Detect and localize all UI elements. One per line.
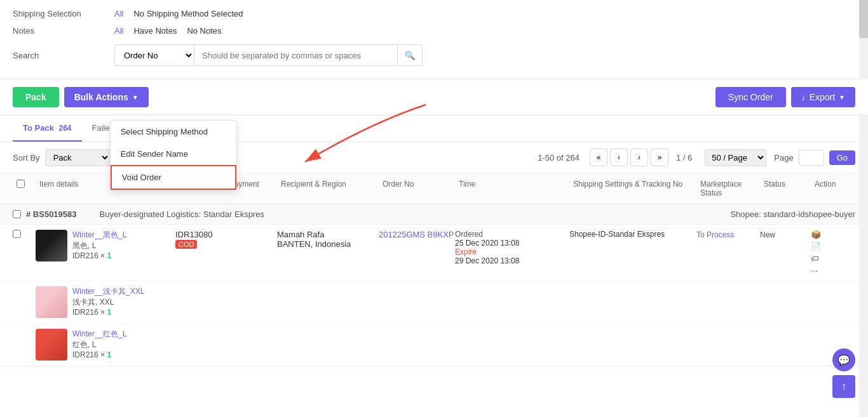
menu-item-edit-sender[interactable]: Edit Sender Name <box>111 143 236 165</box>
th-marketplace-status: Marketplace Status <box>696 173 760 204</box>
notes-filter-row: Notes All Have Notes No Notes <box>13 22 855 39</box>
item-variant-3: 红色, L <box>72 340 126 350</box>
last-page-button[interactable]: » <box>651 149 668 166</box>
scroll-top-button[interactable]: ↑ <box>832 375 855 398</box>
shipping-all-link[interactable]: All <box>114 9 123 18</box>
th-checkbox <box>13 173 36 204</box>
shipping-filter-label: Shipping Selection <box>13 9 114 18</box>
menu-item-select-shipping[interactable]: Select Shipping Method <box>111 121 236 143</box>
search-icon: 🔍 <box>405 51 416 60</box>
export-button[interactable]: ↓ Export ▼ <box>791 87 855 107</box>
item-variant: 黑色, L <box>72 241 126 251</box>
pack-button[interactable]: Pack <box>13 87 59 107</box>
bulk-actions-arrow-icon: ▼ <box>132 94 139 101</box>
th-time: Time <box>455 173 569 204</box>
row-checkbox[interactable] <box>13 230 21 238</box>
bottom-right-buttons: 💬 ↑ <box>832 348 855 398</box>
notes-have[interactable]: Have Notes <box>133 26 177 36</box>
sync-order-button[interactable]: Sync Order <box>715 87 786 107</box>
bulk-actions-dropdown: Select Shipping Method Edit Sender Name … <box>110 120 237 190</box>
search-button[interactable]: 🔍 <box>397 44 423 66</box>
toolbar: Pack Bulk Actions ▼ Select Shipping Meth… <box>0 79 868 116</box>
item-name[interactable]: Winter__黑色_L <box>72 230 126 241</box>
prev-page-button[interactable]: ‹ <box>610 149 628 166</box>
sort-label: Sort By <box>13 153 40 162</box>
table-row: Winter__红色_L 红色, L IDR216 × 1 <box>0 324 868 366</box>
select-all-checkbox[interactable] <box>17 180 25 188</box>
notes-none[interactable]: No Notes <box>187 26 221 36</box>
notes-all-link[interactable]: All <box>114 26 123 36</box>
action-cell: 📦 📄 🏷 ··· <box>811 230 862 275</box>
th-order-no: Order No <box>379 173 455 204</box>
notes-filter-label: Notes <box>13 26 114 36</box>
row-checkbox-cell <box>13 230 36 240</box>
recipient-name: Mamah Rafa <box>277 230 379 239</box>
go-button[interactable]: Go <box>829 150 855 165</box>
more-action-icon[interactable]: ··· <box>811 266 862 275</box>
item-details-cell: Winter__黑色_L 黑色, L IDR216 × 1 <box>36 230 175 261</box>
box-action-icon[interactable]: 📦 <box>811 230 862 239</box>
time-date: 25 Dec 2020 13:08 <box>455 239 569 248</box>
item-thumbnail-2 <box>36 286 67 318</box>
time-cell: Ordered 25 Dec 2020 13:08 Expire 29 Dec … <box>455 230 569 265</box>
status-cell: New <box>760 230 811 239</box>
item-thumbnail-3 <box>36 329 67 361</box>
page-size-select[interactable]: 50 / Page 20 / Page 100 / Page <box>705 149 766 166</box>
search-input[interactable] <box>194 44 397 66</box>
order-no-link[interactable]: 201225GMS B9KXP <box>379 230 454 239</box>
marketplace-status-cell: To Process <box>696 230 760 239</box>
order-group-checkbox[interactable] <box>13 210 21 218</box>
th-status: Status <box>760 173 811 204</box>
item-variant-2: 浅卡其, XXL <box>72 297 144 308</box>
item-price-2: IDR216 × 1 <box>72 308 144 317</box>
bulk-actions-button[interactable]: Bulk Actions ▼ <box>64 87 149 107</box>
item-price: IDR216 × 1 <box>72 251 126 260</box>
export-label: Export <box>810 92 835 102</box>
pagination: 1-50 of 264 « ‹ › » 1 / 6 50 / Page 20 /… <box>538 149 855 166</box>
page-number-input[interactable] <box>799 150 824 166</box>
th-action: Action <box>811 173 862 204</box>
recipient-cell: Mamah Rafa BANTEN, Indonesia <box>277 230 379 249</box>
pagination-range: 1-50 of 264 <box>538 153 580 162</box>
next-page-button[interactable]: › <box>630 149 648 166</box>
order-no-cell: 201225GMS B9KXP <box>379 230 455 239</box>
bulk-actions-container: Bulk Actions ▼ Select Shipping Method Ed… <box>64 87 149 107</box>
scrollbar[interactable] <box>859 0 868 417</box>
menu-item-void-order[interactable]: Void Order <box>111 165 236 190</box>
shipping-no-method[interactable]: No Shipping Method Selected <box>133 9 243 18</box>
shipping-detail: Shopee-ID-Standar Ekspres <box>569 230 696 239</box>
search-row: Search Order No Product Name SKU Buyer N… <box>13 39 855 71</box>
order-group: # BS5019583 Buyer-designated Logistics: … <box>0 204 868 367</box>
item-details-cell-3: Winter__红色_L 红色, L IDR216 × 1 <box>36 329 175 361</box>
export-icon: ↓ <box>801 92 806 102</box>
filter-area: Shipping Selection All No Shipping Metho… <box>0 0 868 79</box>
tag-action-icon[interactable]: 🏷 <box>811 254 862 263</box>
expire-date: 29 Dec 2020 13:08 <box>455 256 569 265</box>
tab-to-pack[interactable]: To Pack 264 <box>13 116 82 142</box>
scroll-top-icon: ↑ <box>841 381 846 392</box>
export-arrow-icon: ▼ <box>839 94 845 101</box>
doc-action-icon[interactable]: 📄 <box>811 242 862 251</box>
shipping-filter-row: Shipping Selection All No Shipping Metho… <box>13 5 855 22</box>
item-price-3: IDR216 × 1 <box>72 350 126 359</box>
page-text: Page <box>774 153 793 162</box>
chat-icon: 💬 <box>837 354 850 366</box>
shipping-detail-cell: Shopee-ID-Standar Ekspres <box>569 230 696 239</box>
table-row: Winter__黑色_L 黑色, L IDR216 × 1 IDR13080 C… <box>0 225 868 281</box>
time-status: Ordered <box>455 230 569 239</box>
marketplace-status: To Process <box>696 230 734 239</box>
status-badge: New <box>760 230 775 239</box>
item-details-cell-2: Winter__浅卡其_XXL 浅卡其, XXL IDR216 × 1 <box>36 286 175 318</box>
search-type-select[interactable]: Order No Product Name SKU Buyer Name <box>114 44 194 66</box>
expire-label: Expire <box>455 248 569 256</box>
page-current: 1 / 6 <box>676 153 692 162</box>
sort-select[interactable]: Pack Order Date Order No <box>45 149 111 166</box>
recipient-region: BANTEN, Indonesia <box>277 239 379 249</box>
order-marketplace-info: Shopee: standard-idshopee-buyer <box>730 209 855 219</box>
cod-badge: COD <box>175 240 197 249</box>
item-name-2[interactable]: Winter__浅卡其_XXL <box>72 286 144 297</box>
first-page-button[interactable]: « <box>590 149 607 166</box>
chat-circle-button[interactable]: 💬 <box>832 348 855 371</box>
tab-to-pack-count: 264 <box>59 124 72 133</box>
item-name-3[interactable]: Winter__红色_L <box>72 329 126 340</box>
